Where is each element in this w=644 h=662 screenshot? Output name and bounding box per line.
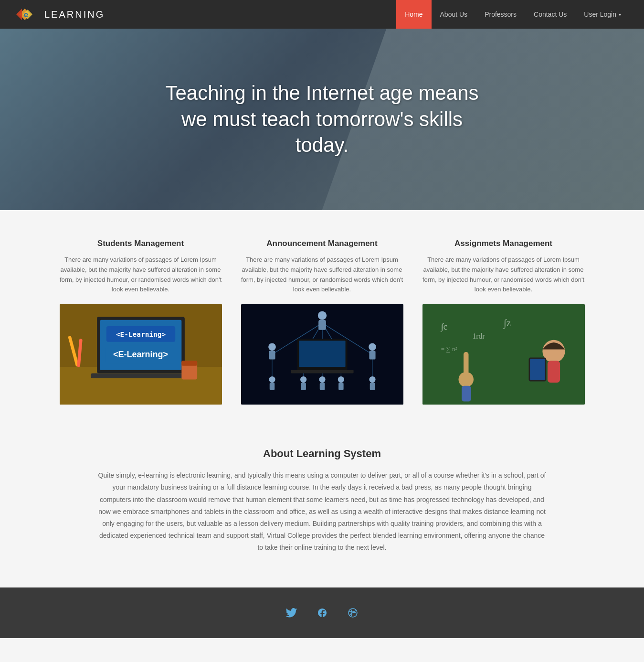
svg-rect-29 [318,320,326,330]
nav-links: Home About Us Professors Contact Us User… [396,0,630,29]
nav-link-contact[interactable]: Contact Us [525,0,575,29]
feature-desc-assignments: There are many variations of passages of… [422,255,585,295]
nav-item-home[interactable]: Home [396,0,431,29]
feature-title-students: Students Management [60,239,222,248]
logo-icon: e [14,4,41,25]
features-grid: Students Management There are many varia… [60,239,585,405]
network-illustration [241,304,403,405]
svg-rect-52 [291,370,353,374]
dropdown-arrow-icon: ▾ [619,12,621,17]
svg-rect-59 [547,361,560,383]
svg-point-28 [317,311,326,320]
svg-point-30 [268,343,276,351]
svg-rect-45 [319,383,325,390]
svg-text:1rdr: 1rdr [472,332,485,340]
brand-name: LEARNING [44,9,105,20]
svg-rect-41 [269,383,274,390]
svg-rect-11 [109,356,147,362]
features-section: Students Management There are many varia… [0,210,644,424]
brand: e LEARNING [14,4,105,25]
feature-desc-students: There are many variations of passages of… [60,255,222,295]
about-section: About Learning System Quite simply, e-le… [0,424,644,587]
facebook-icon[interactable] [314,604,331,621]
hero-content: Teaching in the Internet age means we mu… [155,80,489,159]
feature-title-assignments: Assignmets Management [422,239,585,248]
svg-rect-63 [462,386,471,402]
hero-section: Teaching in the Internet age means we mu… [0,29,644,210]
feature-image-announcement [241,304,403,405]
svg-text:= ∑ n²: = ∑ n² [441,346,457,353]
svg-point-44 [319,376,325,383]
svg-rect-14 [181,361,197,366]
about-title: About Learning System [98,448,547,460]
twitter-icon[interactable] [283,604,300,621]
svg-rect-10 [109,347,159,353]
social-icons [0,604,644,621]
nav-link-login[interactable]: User Login ▾ [575,0,630,29]
svg-rect-61 [530,359,545,380]
svg-rect-39 [369,351,375,359]
svg-marker-2 [16,9,22,20]
svg-rect-43 [301,383,306,390]
hero-heading: Teaching in the Internet age means we mu… [155,80,489,159]
feature-title-announcement: Announcement Management [241,239,403,248]
nav-link-about[interactable]: About Us [432,0,476,29]
svg-rect-31 [269,351,275,359]
nav-item-about[interactable]: About Us [432,0,476,29]
nav-link-professors[interactable]: Professors [476,0,525,29]
svg-point-38 [369,343,376,351]
nav-link-home[interactable]: Home [396,0,431,29]
nav-item-login[interactable]: User Login ▾ [575,0,630,29]
nav-item-professors[interactable]: Professors [476,0,525,29]
feature-image-students: <E-Learning> [60,304,222,405]
dribbble-icon[interactable] [344,604,361,621]
svg-point-46 [338,376,344,383]
svg-text:<E-Learning>: <E-Learning> [116,331,166,338]
svg-point-42 [300,376,306,383]
feature-card-assignments: Assignmets Management There are many var… [422,239,585,405]
feature-image-assignments: ∫c 1rdr ∫z = ∑ n² [422,304,585,405]
feature-desc-announcement: There are many variations of passages of… [241,255,403,295]
svg-rect-47 [338,383,344,390]
feature-card-announcement: Announcement Management There are many v… [241,239,403,405]
about-text: Quite simply, e-learning is electronic l… [98,470,547,554]
svg-rect-49 [370,383,375,390]
svg-point-48 [369,376,375,383]
classroom-illustration: ∫c 1rdr ∫z = ∑ n² [422,304,585,405]
svg-rect-12 [91,374,191,379]
svg-text:e: e [24,11,28,19]
navbar: e LEARNING Home About Us Professors Cont… [0,0,644,29]
svg-rect-51 [299,341,345,367]
svg-point-40 [269,376,275,383]
footer [0,587,644,638]
elearning-illustration: <E-Learning> [60,304,222,405]
svg-text:∫c: ∫c [440,322,447,332]
feature-card-students: Students Management There are many varia… [60,239,222,405]
nav-item-contact[interactable]: Contact Us [525,0,575,29]
svg-text:∫z: ∫z [503,317,511,329]
